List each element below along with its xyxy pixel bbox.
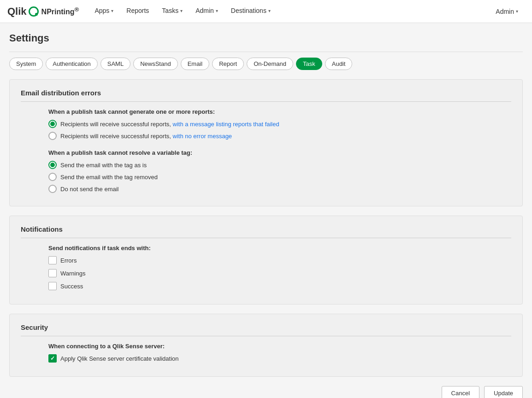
variable-label: When a publish task cannot resolve a var…: [48, 149, 511, 156]
page-title: Settings: [9, 32, 523, 44]
variable-field-group: When a publish task cannot resolve a var…: [48, 149, 511, 193]
publish-field-group: When a publish task cannot generate one …: [48, 108, 511, 193]
brand: Qlik NPrinting®: [7, 6, 79, 18]
tab-audit[interactable]: Audit: [325, 58, 353, 70]
checkbox-icon-warnings: [48, 269, 57, 277]
checkbox-label-errors: Errors: [60, 257, 77, 264]
security-title: Security: [21, 323, 511, 336]
tab-authentication[interactable]: Authentication: [46, 58, 97, 70]
notifications-title: Notifications: [21, 225, 511, 238]
checkbox-label-cert: Apply Qlik Sense server certificate vali…: [60, 355, 179, 362]
cancel-button[interactable]: Cancel: [442, 386, 479, 398]
security-section: Security When connecting to a Qlik Sense…: [9, 314, 523, 377]
security-field-group: When connecting to a Qlik Sense server: …: [48, 343, 511, 363]
nav-admin[interactable]: Admin ▾: [189, 0, 225, 23]
checkbox-label-success: Success: [60, 283, 83, 290]
nav-reports[interactable]: Reports: [120, 0, 155, 23]
footer-actions: Cancel Update: [9, 386, 523, 398]
notifications-send-label: Send notifications if task ends with:: [48, 245, 511, 252]
radio-icon-unchecked-2: [48, 173, 57, 181]
email-distribution-section: Email distribution errors When a publish…: [9, 79, 523, 206]
chevron-down-icon: ▾: [516, 9, 518, 14]
qlik-text: Qlik: [7, 6, 27, 18]
checkbox-icon-cert: [48, 354, 57, 363]
radio-label-3: Send the email with the tag as is: [60, 162, 147, 169]
nav-admin-user[interactable]: Admin ▾: [489, 0, 525, 23]
radio-icon-checked: [48, 120, 57, 128]
checkbox-icon-success: [48, 282, 57, 290]
checkbox-cert-validation[interactable]: Apply Qlik Sense server certificate vali…: [48, 354, 511, 363]
tab-system[interactable]: System: [9, 58, 43, 70]
tabs-row: System Authentication SAML NewsStand Ema…: [9, 52, 523, 70]
chevron-down-icon: ▾: [216, 8, 218, 13]
tab-report[interactable]: Report: [212, 58, 244, 70]
radio-do-not-send[interactable]: Do not send the email: [48, 185, 511, 193]
checkbox-success[interactable]: Success: [48, 282, 511, 290]
tab-saml[interactable]: SAML: [100, 58, 130, 70]
radio-label-5: Do not send the email: [60, 186, 118, 193]
chevron-down-icon: ▾: [180, 8, 183, 13]
radio-icon-unchecked-3: [48, 185, 57, 193]
radio-label-2: Recipients will receive successful repor…: [60, 133, 232, 140]
nav-destinations[interactable]: Destinations ▾: [225, 0, 277, 23]
radio-icon-checked-2: [48, 161, 57, 169]
security-connecting-label: When connecting to a Qlik Sense server:: [48, 343, 511, 350]
nav-items: Apps ▾ Reports Tasks ▾ Admin ▾ Destinati…: [88, 0, 489, 23]
nav-apps[interactable]: Apps ▾: [88, 0, 120, 23]
nav-tasks[interactable]: Tasks ▾: [155, 0, 189, 23]
radio-label-1: Recipients will receive successful repor…: [60, 121, 279, 128]
navbar: Qlik NPrinting® Apps ▾ Reports Tasks ▾ A…: [0, 0, 532, 23]
qlik-logo: Qlik: [7, 6, 39, 18]
tab-email[interactable]: Email: [181, 58, 210, 70]
email-distribution-title: Email distribution errors: [21, 89, 511, 102]
notifications-field-group: Send notifications if task ends with: Er…: [48, 245, 511, 290]
checkbox-label-warnings: Warnings: [60, 270, 85, 277]
nav-right: Admin ▾: [489, 0, 525, 23]
tab-on-demand[interactable]: On-Demand: [247, 58, 293, 70]
checkbox-warnings[interactable]: Warnings: [48, 269, 511, 277]
qlik-icon: [29, 6, 39, 17]
radio-label-4: Send the email with the tag removed: [60, 174, 158, 181]
brand-name: NPrinting®: [41, 6, 79, 16]
chevron-down-icon: ▾: [111, 8, 113, 13]
radio-recipients-no-message[interactable]: Recipients will receive successful repor…: [48, 132, 511, 140]
radio-send-tag-removed[interactable]: Send the email with the tag removed: [48, 173, 511, 181]
publish-label: When a publish task cannot generate one …: [48, 108, 511, 115]
radio-icon-unchecked: [48, 132, 57, 140]
radio-send-tag-as-is[interactable]: Send the email with the tag as is: [48, 161, 511, 169]
tab-task[interactable]: Task: [296, 58, 322, 70]
update-button[interactable]: Update: [484, 386, 523, 398]
chevron-down-icon: ▾: [268, 8, 271, 13]
notifications-section: Notifications Send notifications if task…: [9, 216, 523, 304]
checkbox-errors[interactable]: Errors: [48, 256, 511, 264]
tab-newsstand[interactable]: NewsStand: [133, 58, 177, 70]
checkbox-icon-errors: [48, 256, 57, 264]
page-content: Settings System Authentication SAML News…: [0, 23, 532, 398]
radio-recipients-with-message[interactable]: Recipients will receive successful repor…: [48, 120, 511, 128]
